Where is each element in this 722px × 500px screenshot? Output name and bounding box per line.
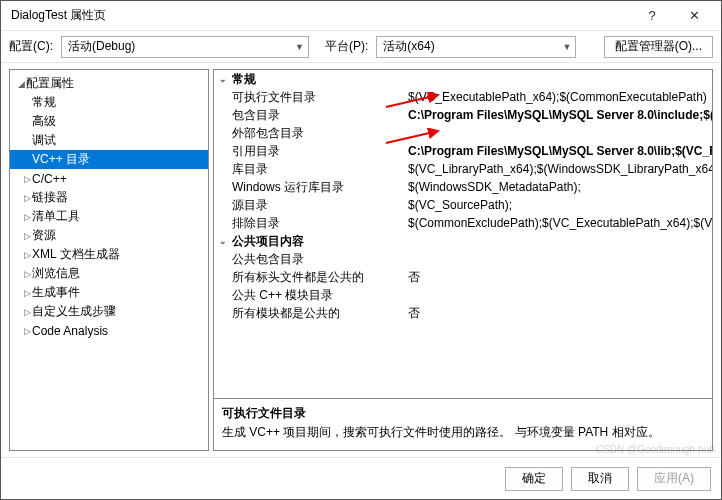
property-label: 引用目录 (214, 143, 404, 160)
property-row[interactable]: 引用目录C:\Program Files\MySQL\MySQL Server … (214, 142, 712, 160)
platform-value: 活动(x64) (383, 38, 434, 55)
platform-label: 平台(P): (325, 38, 368, 55)
property-value[interactable]: $(VC_SourcePath); (404, 198, 712, 212)
property-label: 库目录 (214, 161, 404, 178)
tree-item[interactable]: ▷浏览信息 (10, 264, 208, 283)
tree-item[interactable]: ▷链接器 (10, 188, 208, 207)
ok-button[interactable]: 确定 (505, 467, 563, 491)
tree-item[interactable]: 常规 (10, 93, 208, 112)
help-button[interactable]: ? (631, 2, 673, 30)
property-value[interactable]: $(VC_LibraryPath_x64);$(WindowsSDK_Libra… (404, 162, 712, 176)
property-grid[interactable]: ⌄常规可执行文件目录$(VC_ExecutablePath_x64);$(Com… (213, 69, 713, 399)
window-title: DialogTest 属性页 (11, 7, 631, 24)
description-panel: 可执行文件目录 生成 VC++ 项目期间，搜索可执行文件时使用的路径。 与环境变… (213, 399, 713, 451)
property-label: 公共 C++ 模块目录 (214, 287, 404, 304)
chevron-down-icon: ▼ (295, 42, 304, 52)
tree-item-label: 资源 (32, 227, 56, 244)
tree-item-label: C/C++ (32, 172, 67, 186)
chevron-right-icon: ▷ (22, 250, 32, 260)
chevron-down-icon: ⌄ (218, 74, 228, 84)
tree-item[interactable]: ▷Code Analysis (10, 321, 208, 340)
property-value[interactable]: $(CommonExcludePath);$(VC_ExecutablePath… (404, 216, 712, 230)
property-value[interactable]: C:\Program Files\MySQL\MySQL Server 8.0\… (404, 144, 712, 158)
group-name: 公共项目内容 (232, 233, 304, 250)
chevron-down-icon: ▼ (562, 42, 571, 52)
tree-item-label: 链接器 (32, 189, 68, 206)
property-value[interactable]: $(VC_ExecutablePath_x64);$(CommonExecuta… (404, 90, 712, 104)
config-value: 活动(Debug) (68, 38, 135, 55)
tree-item[interactable]: ▷XML 文档生成器 (10, 245, 208, 264)
tree-item[interactable]: ▷清单工具 (10, 207, 208, 226)
tree-item[interactable]: 高级 (10, 112, 208, 131)
tree-item[interactable]: ▷自定义生成步骤 (10, 302, 208, 321)
property-value[interactable]: $(WindowsSDK_MetadataPath); (404, 180, 712, 194)
platform-combo[interactable]: 活动(x64) ▼ (376, 36, 576, 58)
nav-tree[interactable]: ◢ 配置属性 常规高级调试VC++ 目录▷C/C++▷链接器▷清单工具▷资源▷X… (9, 69, 209, 451)
property-row[interactable]: 排除目录$(CommonExcludePath);$(VC_Executable… (214, 214, 712, 232)
property-row[interactable]: 外部包含目录 (214, 124, 712, 142)
tree-item-label: 常规 (32, 94, 56, 111)
property-row[interactable]: 所有标头文件都是公共的否 (214, 268, 712, 286)
tree-item-label: 调试 (32, 132, 56, 149)
close-button[interactable]: ✕ (673, 2, 715, 30)
description-text: 生成 VC++ 项目期间，搜索可执行文件时使用的路径。 与环境变量 PATH 相… (222, 424, 704, 441)
group-name: 常规 (232, 71, 256, 88)
titlebar: DialogTest 属性页 ? ✕ (1, 1, 721, 31)
tree-item-label: 生成事件 (32, 284, 80, 301)
property-label: 源目录 (214, 197, 404, 214)
chevron-right-icon: ▷ (22, 212, 32, 222)
property-row[interactable]: 库目录$(VC_LibraryPath_x64);$(WindowsSDK_Li… (214, 160, 712, 178)
tree-item-label: 高级 (32, 113, 56, 130)
property-row[interactable]: 包含目录C:\Program Files\MySQL\MySQL Server … (214, 106, 712, 124)
property-label: 公共包含目录 (214, 251, 404, 268)
config-toolbar: 配置(C): 活动(Debug) ▼ 平台(P): 活动(x64) ▼ 配置管理… (1, 31, 721, 63)
property-group-header[interactable]: ⌄常规 (214, 70, 712, 88)
property-label: 外部包含目录 (214, 125, 404, 142)
tree-root-label: 配置属性 (26, 75, 74, 92)
property-label: 排除目录 (214, 215, 404, 232)
property-value[interactable]: 否 (404, 269, 712, 286)
chevron-down-icon: ◢ (16, 79, 26, 89)
property-row[interactable]: 源目录$(VC_SourcePath); (214, 196, 712, 214)
chevron-right-icon: ▷ (22, 193, 32, 203)
tree-item[interactable]: 调试 (10, 131, 208, 150)
property-label: 包含目录 (214, 107, 404, 124)
property-label: 所有标头文件都是公共的 (214, 269, 404, 286)
tree-item[interactable]: ▷C/C++ (10, 169, 208, 188)
chevron-right-icon: ▷ (22, 326, 32, 336)
chevron-right-icon: ▷ (22, 174, 32, 184)
body: ◢ 配置属性 常规高级调试VC++ 目录▷C/C++▷链接器▷清单工具▷资源▷X… (1, 63, 721, 457)
tree-root[interactable]: ◢ 配置属性 (10, 74, 208, 93)
chevron-right-icon: ▷ (22, 269, 32, 279)
tree-item-label: 浏览信息 (32, 265, 80, 282)
property-row[interactable]: 可执行文件目录$(VC_ExecutablePath_x64);$(Common… (214, 88, 712, 106)
property-label: 可执行文件目录 (214, 89, 404, 106)
property-row[interactable]: 所有模块都是公共的否 (214, 304, 712, 322)
footer: 确定 取消 应用(A) (1, 457, 721, 499)
config-manager-button[interactable]: 配置管理器(O)... (604, 36, 713, 58)
apply-button[interactable]: 应用(A) (637, 467, 711, 491)
tree-item-label: VC++ 目录 (32, 151, 90, 168)
main-panel: ⌄常规可执行文件目录$(VC_ExecutablePath_x64);$(Com… (213, 69, 713, 451)
chevron-down-icon: ⌄ (218, 236, 228, 246)
property-group-header[interactable]: ⌄公共项目内容 (214, 232, 712, 250)
tree-item[interactable]: ▷生成事件 (10, 283, 208, 302)
chevron-right-icon: ▷ (22, 307, 32, 317)
tree-item-label: 清单工具 (32, 208, 80, 225)
description-title: 可执行文件目录 (222, 405, 704, 422)
property-row[interactable]: 公共 C++ 模块目录 (214, 286, 712, 304)
property-row[interactable]: 公共包含目录 (214, 250, 712, 268)
chevron-right-icon: ▷ (22, 288, 32, 298)
config-combo[interactable]: 活动(Debug) ▼ (61, 36, 309, 58)
cancel-button[interactable]: 取消 (571, 467, 629, 491)
tree-item-label: 自定义生成步骤 (32, 303, 116, 320)
tree-item[interactable]: ▷资源 (10, 226, 208, 245)
property-value[interactable]: C:\Program Files\MySQL\MySQL Server 8.0\… (404, 108, 712, 122)
property-label: Windows 运行库目录 (214, 179, 404, 196)
config-label: 配置(C): (9, 38, 53, 55)
property-row[interactable]: Windows 运行库目录$(WindowsSDK_MetadataPath); (214, 178, 712, 196)
tree-item-label: XML 文档生成器 (32, 246, 120, 263)
tree-item-label: Code Analysis (32, 324, 108, 338)
property-value[interactable]: 否 (404, 305, 712, 322)
tree-item[interactable]: VC++ 目录 (10, 150, 208, 169)
